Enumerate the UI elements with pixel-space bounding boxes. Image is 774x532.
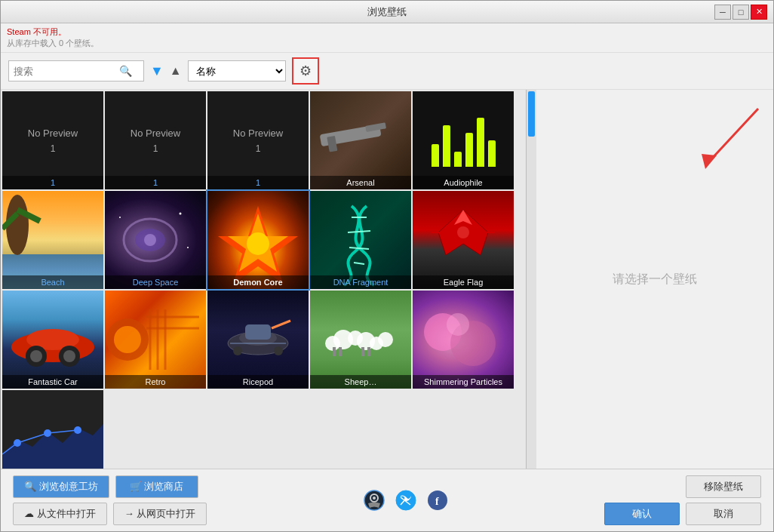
steam-icon [364, 490, 385, 511]
svg-point-66 [364, 490, 384, 510]
svg-rect-31 [146, 309, 199, 370]
twitter-icon [395, 490, 416, 511]
notice-line2: 从库存中载入 0 个壁纸。 [7, 38, 767, 49]
svg-point-56 [447, 313, 469, 336]
wallpaper-label: Arsenal [310, 176, 411, 189]
remove-wallpaper-button[interactable]: 移除壁纸 [686, 475, 761, 498]
select-hint: 请选择一个壁纸 [613, 272, 697, 288]
browse-workshop-button[interactable]: 🔍 浏览创意工坊 [13, 475, 109, 498]
svg-point-40 [233, 346, 242, 355]
beach-preview [2, 191, 103, 289]
wallpaper-item-eagle[interactable]: Eagle Flag [413, 191, 514, 289]
wallpaper-grid-container: No Preview 1 1 No Preview 1 1 No Preview… [1, 90, 536, 469]
toolbar: 🔍 ▼ ▲ 名称 日期 评分 ⚙ [1, 53, 773, 90]
deepspace-preview [105, 191, 206, 289]
wallpaper-label: Deep Space [105, 275, 206, 289]
wallpaper-label: DNA Fragment [310, 275, 411, 289]
demoncore-preview [207, 191, 309, 289]
filter-icon[interactable]: ▼ [150, 63, 164, 79]
svg-rect-42 [245, 324, 271, 340]
wallpaper-item-audiophile[interactable]: Audiophile [413, 91, 514, 189]
svg-point-68 [373, 497, 376, 500]
title-controls: ─ □ ✕ [714, 5, 767, 20]
browse-store-button[interactable]: 🛒 浏览商店 [115, 475, 198, 498]
main-area: No Preview 1 1 No Preview 1 1 No Preview… [1, 90, 773, 469]
retro-preview [105, 291, 206, 389]
wallpaper-item-shimmer[interactable]: Shimmering Particles [413, 291, 514, 389]
cancel-button[interactable]: 取消 [686, 503, 761, 525]
wallpaper-item-arsenal[interactable]: Arsenal [310, 91, 411, 189]
search-icon[interactable]: 🔍 [119, 65, 132, 77]
no-preview-text: No Preview [28, 128, 78, 139]
steam-notice: Steam 不可用。 从库存中载入 0 个壁纸。 [1, 23, 773, 53]
wallpaper-grid: No Preview 1 1 No Preview 1 1 No Preview… [1, 90, 536, 469]
wallpaper-item-dna[interactable]: DNA Fragment [310, 191, 411, 289]
wallpaper-item-no1[interactable]: No Preview 1 1 [2, 91, 103, 189]
wallpaper-label: 1 [105, 176, 206, 189]
techno-preview [2, 390, 103, 469]
wallpaper-item-no2[interactable]: No Preview 1 1 [105, 91, 206, 189]
open-web-button[interactable]: → 从网页中打开 [113, 503, 207, 525]
wallpaper-item-deepspace[interactable]: Deep Space [105, 191, 206, 289]
no-preview-text: No Preview [233, 128, 283, 139]
steam-social-icon[interactable] [363, 489, 385, 512]
minimize-button[interactable]: ─ [714, 5, 731, 20]
wallpaper-item-ricepod[interactable]: Ricepod [207, 291, 309, 389]
eagle-preview [413, 191, 514, 289]
footer-confirm-row: 确认 取消 [604, 503, 761, 525]
wallpaper-label: Audiophile [413, 176, 514, 189]
right-panel: 请选择一个壁纸 [536, 90, 773, 469]
arsenal-preview [310, 95, 411, 174]
open-file-button[interactable]: ☁ 从文件中打开 [13, 503, 107, 525]
wallpaper-item-beach[interactable]: Beach [2, 191, 103, 289]
restore-button[interactable]: □ [733, 5, 749, 20]
wallpaper-item-demoncore[interactable]: Demon Core [207, 191, 309, 289]
svg-point-8 [144, 234, 156, 246]
wallpaper-label: Fantastic Car [2, 375, 103, 389]
no-preview-text: No Preview [131, 128, 180, 139]
sheep-preview [310, 291, 411, 389]
scrollbar-track[interactable] [526, 90, 536, 469]
svg-point-11 [187, 247, 189, 248]
search-input[interactable] [14, 66, 119, 77]
facebook-icon: f [427, 490, 448, 511]
svg-point-49 [378, 332, 393, 347]
svg-point-30 [114, 326, 141, 353]
close-button[interactable]: ✕ [751, 5, 767, 20]
wallpaper-item-no3[interactable]: No Preview 1 1 [207, 91, 309, 189]
dna-preview [310, 191, 411, 289]
wallpaper-item-techno[interactable]: Techno [2, 390, 103, 469]
wallpaper-label: Shimmering Particles [413, 375, 514, 389]
wallpaper-label: Ricepod [207, 375, 309, 389]
confirm-button[interactable]: 确认 [604, 503, 680, 525]
svg-line-18 [354, 263, 364, 264]
wallpaper-label: Beach [2, 275, 103, 289]
wallpaper-item-retro[interactable]: Retro [105, 291, 206, 389]
gear-button[interactable]: ⚙ [292, 57, 319, 85]
wallpaper-item-car[interactable]: Fantastic Car [2, 291, 103, 389]
svg-point-14 [247, 232, 269, 255]
ricepod-preview [207, 291, 309, 389]
no-preview-num: 1 [153, 143, 158, 154]
svg-point-10 [180, 213, 182, 215]
facebook-social-icon[interactable]: f [426, 489, 449, 512]
svg-rect-50 [333, 347, 336, 356]
svg-text:f: f [435, 496, 439, 507]
audiophile-bars [413, 96, 514, 174]
wallpaper-item-sheep[interactable]: Sheep… [310, 291, 411, 389]
svg-point-41 [274, 346, 283, 355]
footer-left: 🔍 浏览创意工坊 🛒 浏览商店 ☁ 从文件中打开 → 从网页中打开 [13, 475, 207, 525]
footer-center: f [363, 489, 449, 512]
sort-arrow-up[interactable]: ▲ [170, 64, 182, 78]
scrollbar-thumb[interactable] [528, 91, 535, 137]
search-box: 🔍 [8, 60, 144, 81]
svg-point-9 [119, 217, 121, 218]
window-title: 浏览壁纸 [367, 5, 407, 19]
svg-point-22 [457, 226, 469, 238]
twitter-social-icon[interactable] [395, 489, 417, 512]
svg-point-28 [63, 350, 75, 362]
wallpaper-label: Sheep… [310, 375, 411, 389]
svg-rect-52 [361, 347, 364, 356]
sort-select[interactable]: 名称 日期 评分 [188, 60, 286, 81]
wallpaper-label: 1 [207, 176, 309, 189]
